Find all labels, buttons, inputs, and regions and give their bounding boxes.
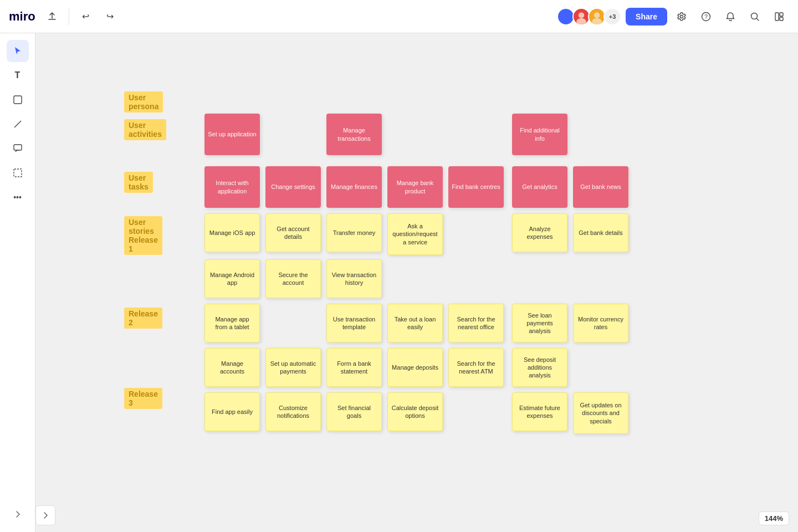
sticky-manage-ios[interactable]: Manage iOS app	[204, 213, 260, 252]
bottom-left-expand[interactable]	[35, 505, 55, 525]
toolbar-separator	[69, 8, 69, 25]
settings-icon[interactable]	[672, 7, 692, 27]
label-user-activities: User activities	[124, 119, 166, 140]
sticky-get-analytics[interactable]: Get analytics	[512, 166, 567, 208]
sticky-take-out-loan[interactable]: Take out a loan easily	[387, 304, 443, 342]
sticky-view-transaction-history[interactable]: View transaction history	[326, 259, 382, 298]
search-icon[interactable]	[745, 7, 765, 27]
panels-icon[interactable]	[769, 7, 789, 27]
sticky-ask-question[interactable]: Ask a question/request a service	[387, 213, 443, 255]
sticky-set-up-automatic-payments[interactable]: Set up automatic payments	[265, 348, 321, 387]
sticky-search-nearest-atm[interactable]: Search for the nearest ATM	[448, 348, 504, 387]
sticky-use-transaction-template[interactable]: Use transaction template	[326, 304, 382, 342]
sticky-transfer-money[interactable]: Transfer money	[326, 213, 382, 252]
sticky-change-settings[interactable]: Change settings	[265, 166, 321, 208]
sticky-analyze-expenses[interactable]: Analyze expenses	[512, 213, 567, 252]
svg-rect-12	[14, 96, 22, 104]
sticky-manage-android[interactable]: Manage Android app	[204, 259, 260, 298]
sticky-find-bank-centres[interactable]: Find bank centres	[448, 166, 504, 208]
sticky-get-updates-discounts[interactable]: Get updates on discounts and specials	[573, 392, 628, 434]
redo-button[interactable]: ↪	[100, 7, 120, 27]
miro-logo[interactable]: miro	[9, 9, 35, 24]
sticky-search-nearest-office[interactable]: Search for the nearest office	[448, 304, 504, 342]
canvas[interactable]: User persona User activities User tasks …	[35, 33, 798, 532]
toolbar: miro ↩ ↪ +3 Share ?	[0, 0, 798, 33]
help-icon[interactable]: ?	[696, 7, 716, 27]
sticky-interact-app[interactable]: Interact with application	[204, 166, 260, 208]
sticky-manage-bank-product[interactable]: Manage bank product	[387, 166, 443, 208]
sticky-get-account-details[interactable]: Get account details	[265, 213, 321, 252]
svg-text:?: ?	[704, 13, 708, 20]
label-user-persona: User persona	[124, 91, 163, 112]
sticky-manage-accounts[interactable]: Manage accounts	[204, 348, 260, 387]
sticky-customize-notifications[interactable]: Customize notifications	[265, 392, 321, 431]
label-release-2: Release 2	[124, 308, 162, 329]
sticky-find-app-easily[interactable]: Find app easily	[204, 392, 260, 431]
sticky-get-bank-details[interactable]: Get bank details	[573, 213, 628, 252]
undo-button[interactable]: ↩	[76, 7, 96, 27]
left-sidebar: T •••	[0, 33, 35, 532]
comment-tool[interactable]	[7, 137, 29, 160]
upload-button[interactable]	[42, 7, 62, 27]
cursor-tool[interactable]	[7, 40, 29, 62]
sticky-monitor-currency-rates[interactable]: Monitor currency rates	[573, 304, 628, 342]
sticky-calculate-deposit-options[interactable]: Calculate deposit options	[387, 392, 443, 431]
zoom-indicator: 144%	[759, 511, 789, 525]
svg-rect-9	[775, 13, 779, 21]
text-tool[interactable]: T	[7, 64, 29, 86]
label-user-tasks: User tasks	[124, 172, 153, 193]
sticky-see-loan-payments[interactable]: See loan payments analysis	[512, 304, 567, 342]
sticky-form-bank-statement[interactable]: Form a bank statement	[326, 348, 382, 387]
sticky-see-deposit-additions[interactable]: See deposit additions analysis	[512, 348, 567, 387]
notifications-icon[interactable]	[720, 7, 740, 27]
share-button[interactable]: Share	[626, 8, 667, 25]
svg-point-4	[594, 12, 600, 18]
label-user-stories-r1: User stories Release 1	[124, 216, 162, 255]
sticky-setup-app[interactable]: Set up application	[204, 114, 260, 155]
sticky-note-tool[interactable]	[7, 89, 29, 111]
line-tool[interactable]	[7, 113, 29, 135]
sticky-manage-transactions[interactable]: Manage transactions	[326, 114, 382, 155]
svg-point-5	[592, 18, 602, 24]
collaborator-avatars: +3	[557, 8, 621, 25]
svg-rect-14	[14, 145, 22, 150]
sticky-manage-deposits[interactable]: Manage deposits	[387, 348, 443, 387]
svg-point-1	[579, 12, 585, 18]
svg-rect-10	[780, 13, 783, 16]
sidebar-expand-button[interactable]	[7, 503, 29, 525]
extra-collaborators: +3	[603, 8, 621, 25]
svg-point-2	[576, 18, 586, 24]
label-release-3: Release 3	[124, 388, 162, 409]
svg-point-8	[751, 13, 758, 19]
sticky-set-financial-goals[interactable]: Set financial goals	[326, 392, 382, 431]
sticky-manage-finances[interactable]: Manage finances	[326, 166, 382, 208]
sticky-get-bank-news[interactable]: Get bank news	[573, 166, 628, 208]
frame-tool[interactable]	[7, 162, 29, 184]
toolbar-right: +3 Share ?	[557, 7, 789, 27]
svg-rect-11	[780, 17, 783, 21]
sticky-secure-account[interactable]: Secure the account	[265, 259, 321, 298]
sticky-find-additional-info[interactable]: Find additional info	[512, 114, 567, 155]
sticky-estimate-future-expenses[interactable]: Estimate future expenses	[512, 392, 567, 431]
sticky-manage-app-tablet[interactable]: Manage app from a tablet	[204, 304, 260, 342]
svg-line-13	[14, 121, 21, 127]
more-tools[interactable]: •••	[7, 186, 29, 208]
svg-rect-15	[14, 169, 22, 177]
